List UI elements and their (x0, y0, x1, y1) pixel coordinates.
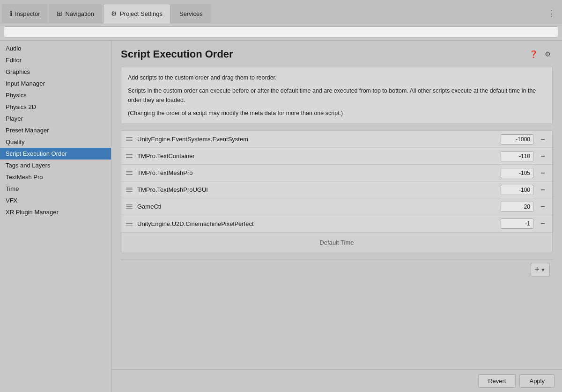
sidebar-item-physics[interactable]: Physics (0, 89, 111, 101)
script-remove-button[interactable]: − (538, 152, 547, 161)
sidebar-item-script-execution-order[interactable]: Script Execution Order (0, 148, 111, 160)
script-list: UnityEngine.EventSystems.EventSystem−TMP… (121, 131, 553, 253)
script-row: TMPro.TextContainer− (121, 148, 552, 165)
page-title-row: Script Execution Order ❓ ⚙ (121, 48, 553, 60)
gear-button[interactable]: ⚙ (542, 49, 553, 59)
script-remove-button[interactable]: − (538, 135, 547, 144)
script-order-input[interactable] (501, 134, 533, 145)
script-order-input[interactable] (501, 185, 533, 195)
tab-project-settings[interactable]: ⚙ Project Settings (103, 4, 170, 23)
script-name: UnityEngine.U2D.CinemachinePixelPerfect (137, 220, 496, 227)
script-order-input[interactable] (501, 202, 533, 212)
script-row: TMPro.TextMeshProUGUI− (121, 181, 552, 198)
more-options-button[interactable]: ⋮ (542, 4, 560, 23)
script-name: TMPro.TextMeshPro (137, 169, 496, 176)
tab-navigation[interactable]: ⊞ Navigation (49, 4, 102, 23)
revert-button[interactable]: Revert (478, 374, 516, 388)
script-order-input[interactable] (501, 168, 533, 178)
sidebar-item-time[interactable]: Time (0, 183, 111, 195)
drag-handle[interactable] (126, 154, 133, 158)
footer: Revert Apply (111, 369, 562, 392)
sidebar-item-xr-plugin-manager[interactable]: XR Plugin Manager (0, 206, 111, 218)
script-order-input[interactable] (501, 218, 533, 229)
script-name: TMPro.TextContainer (137, 152, 496, 160)
script-name: TMPro.TextMeshProUGUI (137, 186, 496, 193)
content-area: Script Execution Order ❓ ⚙ Add scripts t… (111, 41, 562, 392)
tab-inspector[interactable]: ℹ Inspector (2, 4, 48, 23)
tab-bar: ℹ Inspector ⊞ Navigation ⚙ Project Setti… (0, 0, 562, 23)
sidebar-item-audio[interactable]: Audio (0, 43, 111, 54)
sidebar-item-editor[interactable]: Editor (0, 54, 111, 66)
sidebar-item-quality[interactable]: Quality (0, 136, 111, 148)
script-order-input[interactable] (501, 151, 533, 161)
content-inner: Script Execution Order ❓ ⚙ Add scripts t… (111, 41, 562, 369)
drag-handle[interactable] (126, 137, 133, 141)
script-remove-button[interactable]: − (538, 202, 547, 211)
settings-icon: ⚙ (111, 10, 117, 17)
info-box: Add scripts to the custom order and drag… (121, 67, 553, 124)
info-line2: Scripts in the custom order can execute … (128, 86, 546, 105)
sidebar-item-textmesh-pro[interactable]: TextMesh Pro (0, 171, 111, 183)
tab-navigation-label: Navigation (65, 10, 94, 17)
script-row: TMPro.TextMeshPro− (121, 165, 552, 181)
tab-services[interactable]: Services (171, 4, 211, 23)
script-remove-button[interactable]: − (538, 219, 547, 228)
add-script-button[interactable]: + ▼ (531, 263, 550, 276)
info-line3: (Changing the order of a script may modi… (128, 109, 546, 118)
drag-handle[interactable] (126, 171, 133, 175)
script-name: UnityEngine.EventSystems.EventSystem (137, 136, 496, 143)
script-row: UnityEngine.EventSystems.EventSystem− (121, 131, 552, 148)
info-line1: Add scripts to the custom order and drag… (128, 73, 546, 82)
search-input[interactable] (4, 26, 558, 37)
sidebar: AudioEditorGraphicsInput ManagerPhysicsP… (0, 41, 111, 392)
help-button[interactable]: ❓ (528, 49, 539, 59)
title-icons: ❓ ⚙ (528, 49, 553, 59)
sidebar-item-physics-2d[interactable]: Physics 2D (0, 101, 111, 113)
drag-handle[interactable] (126, 222, 133, 226)
add-button-row: + ▼ (121, 260, 553, 279)
drag-handle[interactable] (126, 204, 133, 209)
default-time-row: Default Time (121, 232, 552, 253)
script-row: UnityEngine.U2D.CinemachinePixelPerfect− (121, 215, 552, 232)
script-remove-button[interactable]: − (538, 185, 547, 195)
sidebar-item-player[interactable]: Player (0, 113, 111, 124)
default-time-label: Default Time (320, 239, 354, 246)
tab-services-label: Services (179, 10, 203, 17)
sidebar-item-graphics[interactable]: Graphics (0, 66, 111, 78)
script-remove-button[interactable]: − (538, 168, 547, 178)
script-name: GameCtl (137, 203, 496, 210)
navigation-icon: ⊞ (57, 10, 62, 17)
add-icon: + (535, 265, 540, 275)
inspector-icon: ℹ (10, 10, 12, 17)
sidebar-item-tags-and-layers[interactable]: Tags and Layers (0, 160, 111, 171)
script-row: GameCtl− (121, 198, 552, 215)
page-title: Script Execution Order (121, 48, 233, 60)
search-bar-container: 🔍 (0, 23, 562, 41)
main-layout: AudioEditorGraphicsInput ManagerPhysicsP… (0, 41, 562, 392)
add-dropdown-arrow: ▼ (540, 267, 546, 273)
sidebar-item-vfx[interactable]: VFX (0, 195, 111, 206)
apply-button[interactable]: Apply (519, 374, 555, 388)
sidebar-item-input-manager[interactable]: Input Manager (0, 78, 111, 89)
tab-inspector-label: Inspector (15, 10, 40, 17)
sidebar-item-preset-manager[interactable]: Preset Manager (0, 124, 111, 136)
drag-handle[interactable] (126, 188, 133, 192)
tab-project-settings-label: Project Settings (120, 10, 163, 17)
